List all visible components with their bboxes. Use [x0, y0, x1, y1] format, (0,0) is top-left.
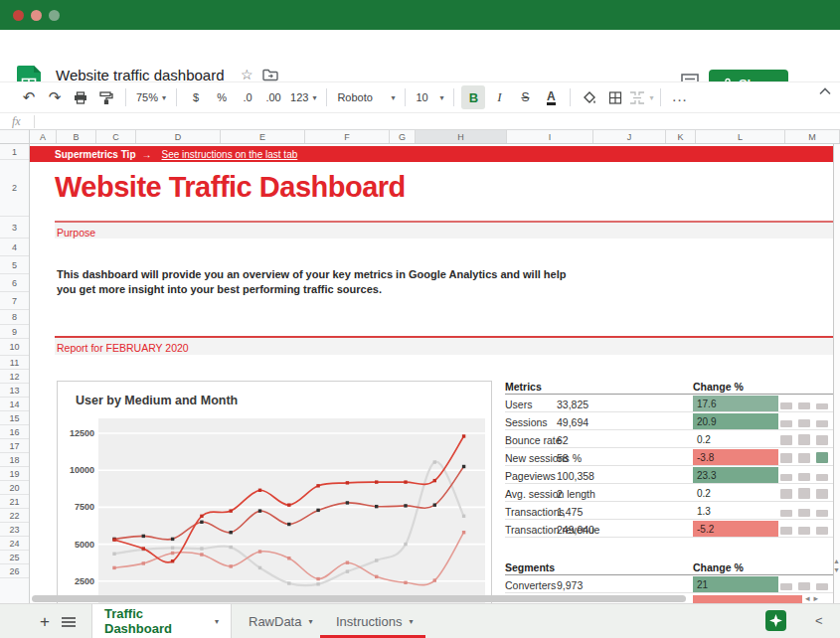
text-color-button[interactable]: A	[539, 85, 563, 109]
star-document-icon[interactable]: ☆	[241, 67, 253, 82]
column-header-C[interactable]: C	[96, 130, 136, 143]
spreadsheet-canvas[interactable]: Supermetrics Tip → See instructions on t…	[30, 144, 833, 603]
metric-value: 100,358	[557, 470, 594, 482]
redo-button[interactable]: ↷	[43, 85, 67, 109]
vertical-scrollbar[interactable]	[833, 144, 840, 603]
show-side-panel-icon[interactable]: <	[815, 613, 823, 628]
segments-table: Segments Change % Converters9,97321	[505, 561, 833, 593]
font-size-select[interactable]: 10▾	[413, 85, 446, 109]
undo-button[interactable]: ↶	[17, 85, 41, 109]
row-header-19[interactable]: 19	[0, 467, 29, 481]
row-header-2[interactable]: 2	[0, 160, 29, 217]
column-header-E[interactable]: E	[221, 130, 305, 143]
row-header-14[interactable]: 14	[0, 398, 29, 411]
metric-name: Avg. session length	[505, 488, 595, 500]
minimize-window-icon[interactable]	[31, 10, 42, 21]
column-header-D[interactable]: D	[136, 130, 221, 143]
segments-column-header: Segments	[505, 561, 555, 573]
row-header-24[interactable]: 24	[0, 537, 29, 551]
row-header-13[interactable]: 13	[0, 384, 29, 398]
instructions-link[interactable]: See instructions on the last tab	[162, 149, 298, 160]
strikethrough-button[interactable]: S	[513, 85, 537, 109]
row-header-5[interactable]: 5	[0, 256, 29, 274]
tab-instructions[interactable]: Instructions ▾	[324, 604, 425, 638]
paint-format-button[interactable]	[94, 85, 118, 109]
borders-button[interactable]	[603, 85, 627, 109]
collapse-toolbar-icon[interactable]	[818, 87, 832, 95]
row-header-17[interactable]: 17	[0, 439, 29, 453]
metric-name: Sessions	[505, 416, 548, 428]
chevron-down-icon[interactable]: ▾	[215, 617, 219, 626]
chevron-down-icon[interactable]: ▾	[409, 617, 413, 626]
bold-button[interactable]: B	[461, 85, 485, 109]
print-button[interactable]	[69, 85, 92, 109]
chevron-down-icon[interactable]: ▾	[308, 617, 312, 626]
row-header-22[interactable]: 22	[0, 509, 29, 523]
horizontal-scroll-arrows[interactable]: ◂▸	[805, 593, 822, 603]
sparkline-bar	[780, 527, 792, 535]
column-header-I[interactable]: I	[507, 130, 593, 143]
column-header-B[interactable]: B	[57, 130, 96, 143]
column-header-K[interactable]: K	[666, 130, 696, 143]
row-header-20[interactable]: 20	[0, 481, 29, 495]
row-header-6[interactable]: 6	[0, 274, 29, 292]
row-header-11[interactable]: 11	[0, 356, 29, 370]
table-row: Converters9,97321	[505, 575, 833, 593]
italic-button[interactable]: I	[487, 85, 511, 109]
format-percent-button[interactable]: %	[210, 85, 234, 109]
decrease-decimal-button[interactable]: .0	[236, 85, 259, 109]
all-sheets-menu-icon[interactable]	[62, 617, 76, 627]
column-header-M[interactable]: M	[785, 130, 840, 143]
formula-bar[interactable]: fx	[0, 112, 840, 129]
zoom-window-icon[interactable]	[49, 10, 60, 21]
row-header-4[interactable]: 4	[0, 239, 29, 256]
increase-decimal-button[interactable]: .00	[261, 85, 285, 109]
vertical-scroll-arrows[interactable]: ▲▼	[832, 557, 840, 574]
more-toolbar-button[interactable]: ...	[668, 85, 692, 109]
tab-rawdata[interactable]: RawData ▾	[237, 604, 324, 638]
select-all-corner[interactable]	[0, 129, 30, 144]
row-header-18[interactable]: 18	[0, 453, 29, 467]
format-currency-button[interactable]: $	[184, 85, 208, 109]
row-header-21[interactable]: 21	[0, 495, 29, 509]
tab-label: Traffic Dashboard	[104, 606, 208, 636]
arrow-right-icon: →	[142, 149, 152, 160]
merge-cells-button[interactable]: ▾	[629, 85, 653, 109]
move-to-folder-icon[interactable]	[262, 69, 278, 81]
column-header-J[interactable]: J	[593, 130, 666, 143]
fill-color-button[interactable]	[578, 85, 601, 109]
row-header-3[interactable]: 3	[0, 217, 29, 239]
metric-name: Users	[505, 399, 532, 410]
column-header-L[interactable]: L	[696, 130, 785, 143]
row-header-12[interactable]: 12	[0, 370, 29, 384]
column-header-G[interactable]: G	[390, 130, 416, 143]
tab-traffic-dashboard[interactable]: Traffic Dashboard ▾	[91, 604, 232, 638]
chart-card[interactable]: 1250010000750050002500 User by Medium an…	[57, 381, 492, 603]
row-header-23[interactable]: 23	[0, 523, 29, 537]
close-window-icon[interactable]	[13, 10, 24, 21]
row-header-9[interactable]: 9	[0, 325, 29, 339]
purpose-band: Purpose	[55, 221, 833, 239]
svg-text:5000: 5000	[75, 540, 94, 550]
metrics-table-header: Metrics Change %	[505, 381, 833, 395]
sparkline-bar	[816, 403, 828, 409]
table-row: Bounce rate620.2	[505, 430, 833, 448]
explore-button[interactable]	[765, 610, 786, 631]
row-header-15[interactable]: 15	[0, 411, 29, 425]
row-header-25[interactable]: 25	[0, 551, 29, 564]
row-header-7[interactable]: 7	[0, 292, 29, 310]
row-header-8[interactable]: 8	[0, 310, 29, 325]
column-header-H[interactable]: H	[416, 130, 507, 143]
sparkline-bar	[798, 419, 810, 427]
row-header-26[interactable]: 26	[0, 564, 29, 578]
add-sheet-button[interactable]: +	[34, 611, 56, 633]
row-header-1[interactable]: 1	[0, 144, 29, 160]
column-header-F[interactable]: F	[305, 130, 390, 143]
font-family-select[interactable]: Roboto▾	[334, 85, 398, 109]
row-header-16[interactable]: 16	[0, 425, 29, 439]
more-formats-button[interactable]: 123▾	[287, 85, 319, 109]
column-header-A[interactable]: A	[30, 130, 57, 143]
horizontal-scrollbar[interactable]	[32, 595, 686, 602]
zoom-select[interactable]: 75%▾	[133, 85, 169, 109]
row-header-10[interactable]: 10	[0, 339, 29, 356]
